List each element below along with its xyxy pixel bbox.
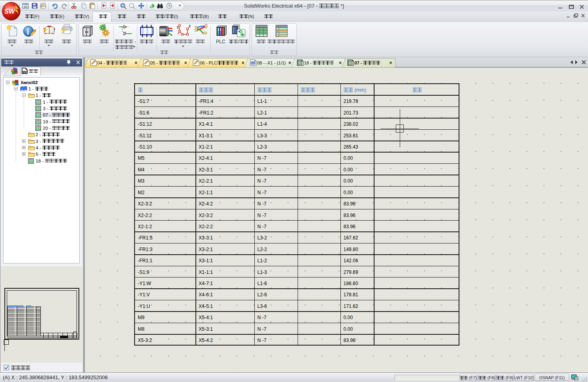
svg-text:1: 1 [177,25,179,29]
svg-text:✓: ✓ [276,32,278,35]
svg-text:SW: SW [4,8,16,15]
svg-text:i: i [27,27,29,36]
svg-text:2: 2 [189,24,191,28]
